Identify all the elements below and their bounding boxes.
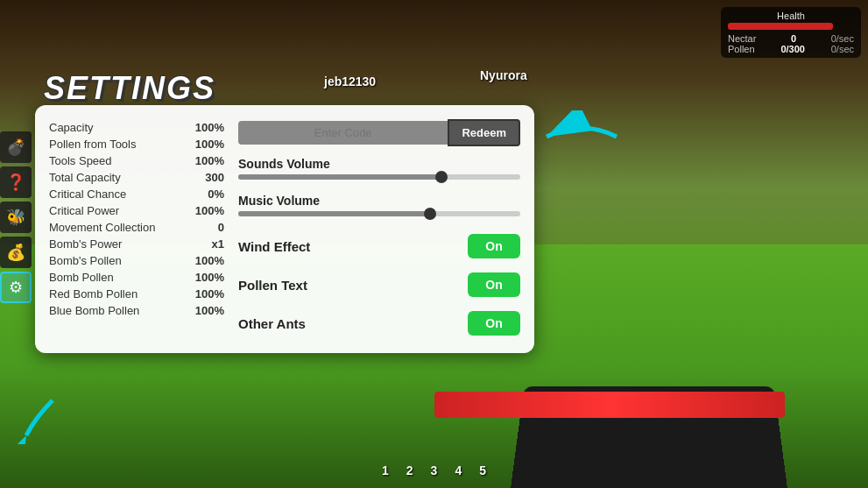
stat-name: Red Bomb Pollen bbox=[49, 287, 138, 301]
stat-name: Bomb's Power bbox=[49, 237, 122, 251]
nectar-rate: 0/sec bbox=[831, 33, 854, 44]
settings-title: SETTINGS bbox=[44, 70, 215, 107]
stat-row: Tools Speed100% bbox=[49, 152, 224, 169]
red-platform bbox=[434, 392, 785, 418]
page-indicator: 12345 bbox=[382, 463, 486, 477]
stat-name: Pollen from Tools bbox=[49, 138, 136, 151]
stat-name: Critical Chance bbox=[49, 187, 126, 201]
music-volume-section: Music Volume bbox=[238, 194, 520, 223]
stat-value: 100% bbox=[195, 138, 224, 151]
stat-name: Bomb Pollen bbox=[49, 271, 114, 284]
stat-name: Movement Collection bbox=[49, 221, 155, 234]
stat-row: Total Capacity300 bbox=[49, 169, 224, 186]
redeem-button[interactable]: Redeem bbox=[448, 119, 520, 146]
redeem-arrow bbox=[529, 110, 634, 163]
stat-row: Critical Chance0% bbox=[49, 186, 224, 202]
stat-row: Bomb's Pollen100% bbox=[49, 252, 224, 269]
nectar-label: Nectar bbox=[728, 33, 756, 44]
controls-column: Redeem Sounds Volume bbox=[238, 119, 520, 339]
stat-value: 300 bbox=[205, 171, 224, 184]
other-ants-label: Other Ants bbox=[238, 316, 306, 331]
stat-row: Bomb's Powerx1 bbox=[49, 236, 224, 252]
stat-value: 100% bbox=[195, 254, 224, 267]
wind-effect-toggle[interactable]: On bbox=[468, 234, 520, 258]
other-ants-toggle[interactable]: On bbox=[468, 311, 520, 336]
pollen-value: 0/300 bbox=[780, 44, 805, 54]
pollen-text-row: Pollen Text On bbox=[238, 269, 520, 301]
question-icon[interactable]: ❓ bbox=[0, 166, 32, 198]
stat-value: x1 bbox=[212, 237, 224, 251]
page-number[interactable]: 2 bbox=[406, 463, 413, 477]
music-volume-label: Music Volume bbox=[238, 194, 520, 208]
stat-value: 100% bbox=[195, 121, 224, 134]
bottom-left-arrow bbox=[18, 392, 70, 444]
pollen-text-label: Pollen Text bbox=[238, 278, 307, 293]
stat-row: Pollen from Tools100% bbox=[49, 136, 224, 152]
health-bar bbox=[728, 23, 833, 30]
stat-row: Red Bomb Pollen100% bbox=[49, 286, 224, 302]
stat-name: Blue Bomb Pollen bbox=[49, 304, 139, 317]
page-number[interactable]: 4 bbox=[455, 463, 462, 477]
stat-name: Bomb's Pollen bbox=[49, 254, 122, 267]
sounds-volume-thumb[interactable] bbox=[435, 171, 448, 183]
gear-icon[interactable]: ⚙ bbox=[0, 272, 32, 303]
sounds-volume-track[interactable] bbox=[238, 174, 520, 180]
sounds-volume-label: Sounds Volume bbox=[238, 157, 520, 171]
stat-name: Tools Speed bbox=[49, 154, 112, 167]
bag-icon[interactable]: 💰 bbox=[0, 237, 32, 268]
sounds-volume-fill bbox=[238, 174, 441, 180]
stat-name: Total Capacity bbox=[49, 171, 121, 184]
code-row: Redeem bbox=[238, 119, 520, 146]
page-number[interactable]: 5 bbox=[479, 463, 486, 477]
stat-row: Critical Power100% bbox=[49, 202, 224, 219]
stat-value: 100% bbox=[195, 304, 224, 317]
music-volume-thumb[interactable] bbox=[424, 208, 436, 220]
stats-column: Capacity100%Pollen from Tools100%Tools S… bbox=[49, 119, 224, 339]
other-ants-row: Other Ants On bbox=[238, 308, 520, 339]
pollen-text-toggle[interactable]: On bbox=[468, 272, 520, 297]
sounds-volume-section: Sounds Volume bbox=[238, 157, 520, 187]
page-number[interactable]: 3 bbox=[431, 463, 438, 477]
stat-row: Bomb Pollen100% bbox=[49, 269, 224, 286]
stat-row: Blue Bomb Pollen100% bbox=[49, 302, 224, 319]
stat-value: 100% bbox=[195, 271, 224, 284]
sidebar: 💣❓🐝💰⚙ bbox=[0, 131, 32, 303]
player-name-1: jeb12130 bbox=[324, 74, 376, 88]
pollen-rate: 0/sec bbox=[831, 44, 854, 54]
player-name-2: Nyurora bbox=[480, 68, 527, 82]
stat-value: 100% bbox=[195, 204, 224, 217]
hud-panel: Health Nectar 0 0/sec Pollen 0/300 0/sec bbox=[721, 7, 861, 58]
stat-value: 0% bbox=[208, 187, 224, 201]
stat-value: 0 bbox=[218, 221, 224, 234]
code-input[interactable] bbox=[238, 121, 448, 145]
pollen-label: Pollen bbox=[728, 44, 755, 54]
page-number[interactable]: 1 bbox=[382, 463, 389, 477]
stat-name: Capacity bbox=[49, 121, 94, 134]
music-volume-track[interactable] bbox=[238, 211, 520, 216]
stat-value: 100% bbox=[195, 287, 224, 301]
stat-row: Movement Collection0 bbox=[49, 219, 224, 236]
wind-effect-row: Wind Effect On bbox=[238, 230, 520, 262]
stat-value: 100% bbox=[195, 154, 224, 167]
settings-panel: SETTINGS Capacity100%Pollen from Tools10… bbox=[35, 105, 534, 353]
wind-effect-label: Wind Effect bbox=[238, 239, 310, 254]
stat-name: Critical Power bbox=[49, 204, 119, 217]
music-volume-fill bbox=[238, 211, 430, 216]
nectar-value: 0 bbox=[791, 33, 796, 44]
bee-icon[interactable]: 🐝 bbox=[0, 202, 32, 233]
health-label: Health bbox=[728, 11, 854, 21]
bomb-icon[interactable]: 💣 bbox=[0, 131, 32, 163]
stat-row: Capacity100% bbox=[49, 119, 224, 136]
